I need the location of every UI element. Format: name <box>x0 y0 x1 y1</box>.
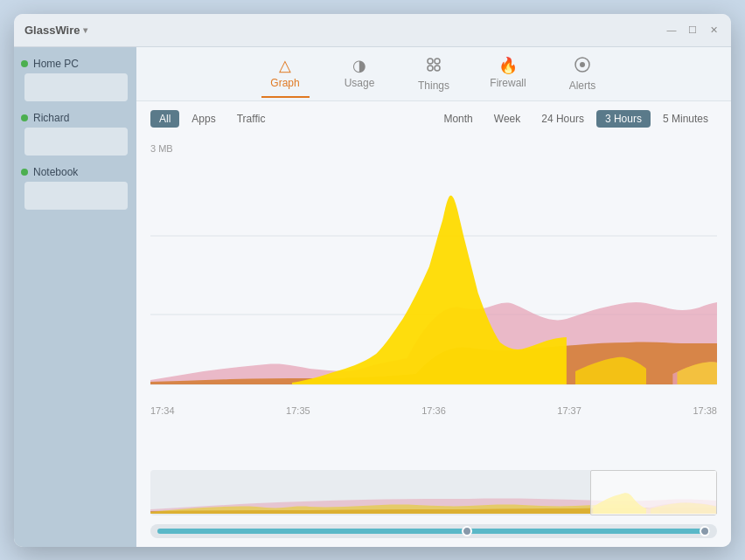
alerts-icon <box>574 56 591 76</box>
status-dot-richard <box>21 114 28 121</box>
mini-chart-highlight[interactable] <box>590 470 717 515</box>
filter-5minutes-button[interactable]: 5 Minutes <box>654 110 717 128</box>
x-label-1: 17:35 <box>286 405 310 416</box>
tab-things[interactable]: Things <box>410 56 458 100</box>
filter-week-button[interactable]: Week <box>485 110 529 128</box>
nav-tabs: △ Graph ◑ Usage <box>136 47 731 101</box>
tab-firewall[interactable]: 🔥 Firewall <box>484 58 533 98</box>
sidebar-item-richard[interactable]: Richard <box>21 112 129 156</box>
chart-canvas <box>150 157 717 402</box>
scrollbar-track <box>157 529 710 534</box>
device-name-richard: Richard <box>33 112 69 124</box>
app-window: GlassWire ▾ — ☐ ✕ Home PC Richard <box>14 14 731 547</box>
svg-point-5 <box>580 62 585 67</box>
firewall-icon: 🔥 <box>498 58 518 73</box>
device-preview-notebook <box>24 182 128 210</box>
sidebar-item-homepc[interactable]: Home PC <box>21 58 129 101</box>
usage-icon: ◑ <box>352 58 366 73</box>
mini-chart <box>150 470 717 515</box>
maximize-button[interactable]: ☐ <box>686 23 700 37</box>
content-area: △ Graph ◑ Usage <box>136 47 731 547</box>
filter-traffic-button[interactable]: Traffic <box>228 110 275 128</box>
sidebar-item-notebook[interactable]: Notebook <box>21 166 129 210</box>
x-label-0: 17:34 <box>150 405 175 416</box>
tab-alerts-label: Alerts <box>569 80 596 92</box>
tab-things-label: Things <box>418 80 449 92</box>
tab-graph[interactable]: △ Graph <box>261 58 310 98</box>
filter-month-button[interactable]: Month <box>435 110 481 128</box>
status-dot-notebook <box>21 169 28 176</box>
filter-24hours-button[interactable]: 24 Hours <box>533 110 593 128</box>
device-name-notebook: Notebook <box>33 166 78 178</box>
scrollbar <box>150 524 717 538</box>
status-dot-homepc <box>21 60 28 67</box>
tab-firewall-label: Firewall <box>490 77 526 89</box>
minimize-button[interactable]: — <box>665 23 679 37</box>
chart-y-label: 3 MB <box>150 143 717 154</box>
svg-point-2 <box>428 66 433 71</box>
filter-apps-button[interactable]: Apps <box>183 110 224 128</box>
filter-right-group: Month Week 24 Hours 3 Hours 5 Minutes <box>435 110 717 128</box>
device-name-homepc: Home PC <box>33 58 79 70</box>
device-preview-richard <box>24 128 128 156</box>
filter-bar: All Apps Traffic Month Week 24 Hours 3 H… <box>136 101 731 136</box>
things-icon <box>425 56 442 76</box>
graph-icon: △ <box>279 58 291 73</box>
scrollbar-thumb-right[interactable] <box>700 526 710 536</box>
x-label-2: 17:36 <box>421 405 446 416</box>
x-label-4: 17:38 <box>693 405 717 416</box>
device-preview-homepc <box>24 73 128 101</box>
svg-point-3 <box>435 66 440 71</box>
close-button[interactable]: ✕ <box>707 23 721 37</box>
sidebar: Home PC Richard Notebook <box>14 47 136 547</box>
filter-3hours-button[interactable]: 3 Hours <box>596 110 651 128</box>
chart-svg <box>150 157 717 402</box>
tab-usage-label: Usage <box>345 77 375 89</box>
app-title[interactable]: GlassWire ▾ <box>24 24 87 37</box>
tab-alerts[interactable]: Alerts <box>559 56 607 100</box>
main-layout: Home PC Richard Notebook <box>14 47 731 547</box>
x-label-3: 17:37 <box>557 405 581 416</box>
chart-area: 3 MB <box>136 136 731 465</box>
window-controls: — ☐ ✕ <box>665 23 721 37</box>
svg-point-1 <box>435 59 440 64</box>
svg-point-0 <box>428 59 433 64</box>
filter-left-group: All Apps Traffic <box>150 110 274 128</box>
filter-all-button[interactable]: All <box>150 110 179 128</box>
titlebar: GlassWire ▾ — ☐ ✕ <box>14 14 731 47</box>
tab-graph-label: Graph <box>270 77 299 89</box>
scrollbar-thumb-left[interactable] <box>462 526 472 536</box>
app-name-label: GlassWire <box>24 24 80 37</box>
chart-x-labels: 17:34 17:35 17:36 17:37 17:38 <box>150 402 717 419</box>
tab-usage[interactable]: ◑ Usage <box>336 58 384 98</box>
dropdown-arrow-icon: ▾ <box>83 25 87 35</box>
